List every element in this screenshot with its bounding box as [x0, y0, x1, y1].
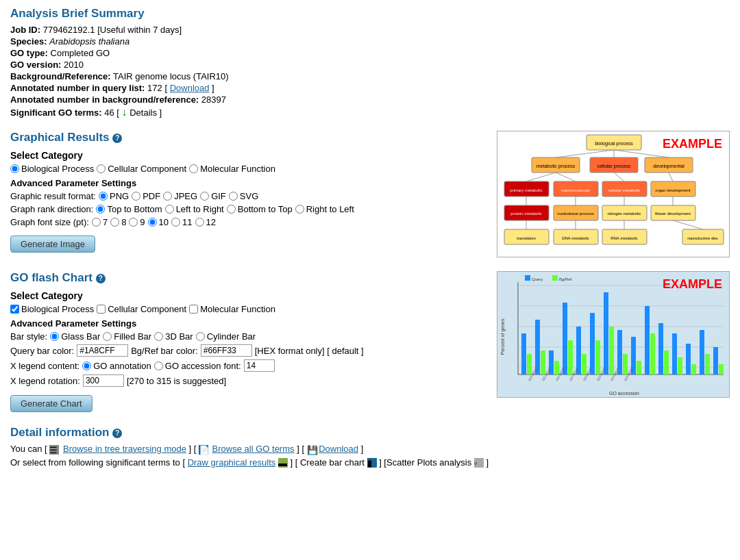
right-left-option[interactable]: Right to Left	[295, 204, 354, 214]
job-id-value: 779462192.1 [Useful within 7 days]	[43, 25, 182, 35]
browse-all-link[interactable]: Browse all GO terms	[212, 444, 295, 454]
gif-option[interactable]: GIF	[200, 191, 226, 201]
f7-option[interactable]: 7	[92, 217, 108, 227]
fc-cell-checkbox[interactable]	[97, 305, 106, 314]
svg-rect-78	[672, 333, 677, 374]
detail-title: Detail information ?	[10, 426, 730, 440]
f9-radio[interactable]	[129, 218, 138, 227]
query-color-input[interactable]	[77, 344, 128, 357]
3d-option[interactable]: 3D Bar	[154, 331, 193, 342]
x-legend-row: X legend content: GO annotation GO acces…	[10, 359, 483, 372]
svg-rect-63	[568, 340, 573, 374]
graphical-info-icon[interactable]: ?	[112, 133, 122, 143]
fc-mol-checkbox[interactable]	[189, 305, 198, 314]
x-rotation-note: [270 to 315 is suggested]	[127, 376, 226, 386]
annotated-bg-label: Annotated number in background/reference…	[10, 94, 199, 105]
pdf-radio[interactable]	[132, 192, 140, 201]
top-bottom-option[interactable]: Top to Bottom	[96, 204, 162, 214]
png-radio[interactable]	[99, 192, 108, 201]
species-value: Arabidopsis thaliana	[49, 36, 130, 47]
svg-option[interactable]: SVG	[229, 191, 258, 201]
top-bottom-radio[interactable]	[96, 205, 105, 214]
fc-select-category-label: Select Category	[10, 290, 483, 301]
flash-chart-info-icon[interactable]: ?	[96, 274, 106, 283]
download-icon: 💾	[307, 445, 317, 455]
graphical-left: Graphical Results ? Select Category Biol…	[10, 131, 483, 257]
svg-text:Percent of genes: Percent of genes	[500, 318, 506, 355]
filled-option[interactable]: Filled Bar	[103, 331, 151, 342]
svg-text:reproductive dev.: reproductive dev.	[687, 236, 719, 240]
fc-mol-option[interactable]: Molecular Function	[189, 304, 275, 314]
f7-radio[interactable]	[92, 218, 101, 227]
svg-line-21	[614, 173, 624, 181]
jpeg-radio[interactable]	[163, 192, 172, 201]
f8-option[interactable]: 8	[110, 217, 126, 227]
f11-option[interactable]: 11	[171, 217, 192, 227]
png-option[interactable]: PNG	[99, 191, 129, 201]
go-acc-radio[interactable]	[154, 361, 163, 370]
you-can-text: You can [	[10, 444, 49, 454]
mol-function-radio[interactable]	[189, 164, 198, 173]
bio-process-radio[interactable]	[10, 164, 19, 173]
f8-radio[interactable]	[110, 218, 119, 227]
svg-text:Query: Query	[532, 277, 543, 281]
svg-rect-70	[617, 330, 622, 374]
download-link-detail[interactable]: Download	[319, 444, 358, 454]
f12-radio[interactable]	[195, 218, 204, 227]
go-anno-option[interactable]: GO annotation	[82, 361, 151, 371]
f10-option[interactable]: 10	[148, 217, 169, 227]
cell-component-option[interactable]: Cellular Component	[97, 164, 186, 174]
svg-text:Bg/Ref: Bg/Ref	[559, 277, 572, 281]
bg-color-input[interactable]	[201, 344, 252, 357]
glass-radio[interactable]	[50, 332, 59, 341]
pdf-option[interactable]: PDF	[132, 191, 160, 201]
svg-rect-81	[691, 364, 696, 374]
f11-radio[interactable]	[171, 218, 180, 227]
svg-rect-88	[552, 275, 558, 281]
go-version-label: GO version:	[10, 60, 61, 70]
svg-text:DNA metabolic: DNA metabolic	[562, 236, 589, 240]
mol-function-option[interactable]: Molecular Function	[189, 164, 275, 174]
bottom-top-option[interactable]: Bottom to Top	[227, 204, 293, 214]
cylinder-option[interactable]: Cylinder Bar	[196, 331, 256, 342]
format-label: Graphic result format:	[10, 191, 96, 201]
font-size-input[interactable]	[244, 359, 275, 372]
fc-bio-checkbox[interactable]	[10, 305, 19, 314]
f9-option[interactable]: 9	[129, 217, 145, 227]
left-right-radio[interactable]	[165, 205, 174, 214]
significant-label: Significant GO terms:	[10, 107, 102, 118]
svg-radio[interactable]	[229, 192, 238, 201]
bottom-top-radio[interactable]	[227, 205, 236, 214]
generate-image-button[interactable]: Generate Image	[10, 236, 95, 253]
draw-graph-link[interactable]: Draw graphical results	[188, 457, 276, 468]
f10-radio[interactable]	[148, 218, 157, 227]
x-rotation-input[interactable]	[83, 374, 124, 387]
graphical-title: Graphical Results ?	[10, 131, 483, 144]
generate-chart-button[interactable]: Generate Chart	[10, 395, 92, 412]
significant-row: Significant GO terms: 46 [ ↓ Details ]	[10, 106, 730, 118]
glass-option[interactable]: Glass Bar	[50, 331, 100, 342]
left-right-option[interactable]: Left to Right	[165, 204, 224, 214]
jpeg-option[interactable]: JPEG	[163, 191, 197, 201]
gif-radio[interactable]	[200, 192, 209, 201]
fc-cell-label: Cellular Component	[108, 304, 186, 314]
bracket-2: ] [	[297, 444, 306, 454]
select-category-label: Select Category	[10, 150, 483, 161]
filled-radio[interactable]	[103, 332, 112, 341]
fc-cell-option[interactable]: Cellular Component	[97, 304, 186, 314]
svg-text:translation: translation	[517, 236, 536, 240]
detail-info-icon[interactable]: ?	[112, 429, 122, 438]
fc-bio-option[interactable]: Biological Process	[10, 304, 94, 314]
cylinder-radio[interactable]	[196, 332, 205, 341]
details-link[interactable]: Details	[130, 107, 157, 118]
cell-component-radio[interactable]	[97, 164, 106, 173]
go-acc-option[interactable]: GO accession	[154, 361, 221, 371]
mol-function-label: Molecular Function	[200, 164, 275, 174]
browse-tree-link[interactable]: Browse in tree traversing mode	[63, 444, 186, 454]
bio-process-option[interactable]: Biological Process	[10, 164, 94, 174]
right-left-radio[interactable]	[295, 205, 304, 214]
f12-option[interactable]: 12	[195, 217, 216, 227]
3d-radio[interactable]	[154, 332, 163, 341]
download-link[interactable]: Download	[170, 83, 210, 93]
go-anno-radio[interactable]	[82, 361, 91, 370]
